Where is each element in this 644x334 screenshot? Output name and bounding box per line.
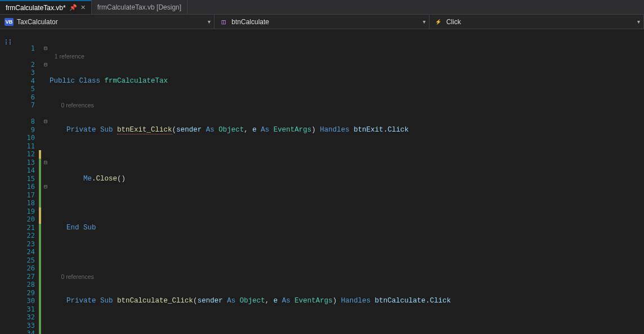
line-number: 5: [16, 85, 35, 93]
line-number: 28: [16, 281, 35, 289]
line-number: 30: [16, 297, 35, 305]
line-number: 14: [16, 166, 35, 175]
class-label: TaxCalculator: [17, 18, 58, 26]
codelens-references[interactable]: 1 reference: [50, 52, 644, 61]
line-number: 18: [16, 199, 35, 207]
vb-icon: VB: [5, 18, 14, 26]
line-number: 17: [16, 191, 35, 200]
fold-toggle[interactable]: ⊟: [42, 183, 50, 191]
line-number: 4: [16, 77, 35, 85]
track-changes-icon[interactable]: ⫶⫶: [0, 37, 16, 46]
codelens-references[interactable]: 0 references: [50, 101, 644, 110]
event-dropdown[interactable]: ⚡ Click ▾: [430, 15, 644, 29]
chevron-down-icon: ▾: [637, 19, 640, 25]
tab-label: frmCalculateTax.vb [Design]: [97, 3, 181, 11]
tab-frmcalculatetax-design[interactable]: frmCalculateTax.vb [Design]: [92, 0, 187, 14]
line-number: 32: [16, 313, 35, 322]
pin-icon[interactable]: 📌: [69, 4, 77, 11]
line-number: 22: [16, 232, 35, 240]
navigation-bar: VB TaxCalculator ▾ ◫ btnCalculate ▾ ⚡ Cl…: [0, 15, 644, 29]
line-number: 29: [16, 289, 35, 297]
method-icon: ◫: [219, 18, 228, 26]
close-icon[interactable]: ✕: [80, 4, 86, 11]
line-number-gutter: 1 2 3 4 5 6 7 8 9 10 11 12 13 14 15 16 1…: [16, 29, 38, 334]
tab-frmcalculatetax-vb[interactable]: frmCalculateTax.vb* 📌 ✕: [0, 0, 92, 14]
line-number: 23: [16, 240, 35, 249]
line-number: 26: [16, 264, 35, 273]
line-number: 1: [16, 44, 35, 53]
codelens-references[interactable]: 0 references: [50, 273, 644, 281]
tab-label: frmCalculateTax.vb*: [6, 4, 66, 12]
line-number: 33: [16, 322, 35, 330]
fold-toggle[interactable]: ⊟: [42, 118, 50, 126]
line-number: 19: [16, 207, 35, 216]
event-label: Click: [446, 18, 461, 26]
line-number: 24: [16, 248, 35, 256]
code-text-area[interactable]: 1 reference Public Class frmCalculateTax…: [50, 29, 644, 334]
class-dropdown[interactable]: VB TaxCalculator ▾: [0, 15, 214, 29]
line-number: 16: [16, 183, 35, 191]
document-tabs: frmCalculateTax.vb* 📌 ✕ frmCalculateTax.…: [0, 0, 644, 15]
lightning-icon: ⚡: [434, 18, 443, 26]
line-number: 7: [16, 101, 35, 110]
code-editor[interactable]: ⫶⫶ 1 2 3 4 5 6 7 8 9 10 11 12 13 14 15 1…: [0, 29, 644, 334]
chevron-down-icon: ▾: [208, 19, 211, 25]
fold-toggle[interactable]: ⊟: [42, 44, 50, 53]
line-number: 31: [16, 305, 35, 314]
indicator-margin: ⫶⫶: [0, 29, 16, 334]
member-dropdown[interactable]: ◫ btnCalculate ▾: [214, 15, 429, 29]
line-number: 10: [16, 134, 35, 142]
line-number: 8: [16, 118, 35, 126]
line-number: 34: [16, 330, 35, 334]
line-number: 13: [16, 159, 35, 167]
chevron-down-icon: ▾: [423, 19, 426, 25]
line-number: 2: [16, 61, 35, 69]
fold-toggle[interactable]: ⊟: [42, 159, 50, 167]
outlining-margin: ⊟ ⊟ ⊟ ⊟ ⊟: [42, 29, 50, 334]
fold-toggle[interactable]: ⊟: [42, 61, 50, 69]
line-number: 27: [16, 273, 35, 281]
line-number: 15: [16, 175, 35, 183]
line-number: 6: [16, 93, 35, 102]
line-number: 25: [16, 256, 35, 265]
line-number: 21: [16, 224, 35, 232]
line-number: 3: [16, 69, 35, 77]
member-label: btnCalculate: [231, 18, 269, 26]
line-number: 11: [16, 142, 35, 151]
line-number: 9: [16, 126, 35, 134]
line-number: 12: [16, 150, 35, 159]
line-number: 20: [16, 215, 35, 224]
